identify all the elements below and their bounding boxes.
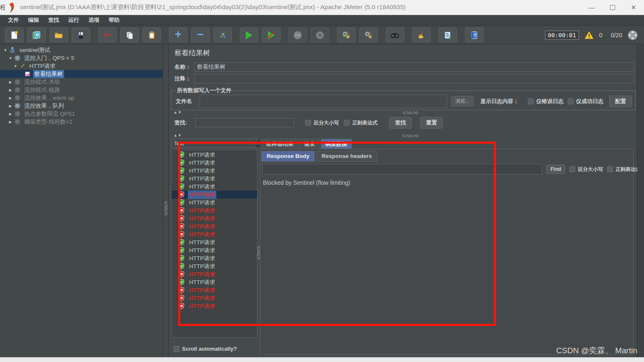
search-input[interactable] — [195, 118, 294, 127]
http-sampler-icon — [18, 63, 26, 70]
remove-element-button[interactable]: − — [191, 28, 210, 42]
tree-node[interactable]: ▼ HTTP请求 — [0, 62, 163, 70]
collapse-arrows-icon[interactable]: ▲▼ — [174, 133, 182, 137]
tree-expander-icon[interactable]: ▼ — [3, 48, 8, 52]
tree-node[interactable]: 察看结果树 — [0, 70, 163, 78]
search-button[interactable] — [386, 28, 404, 42]
templates-icon — [32, 31, 41, 40]
tree-expander-icon[interactable]: ▶ — [8, 112, 13, 116]
stop-button[interactable]: STOP — [288, 28, 307, 42]
divider-grip-icon[interactable] — [402, 111, 418, 114]
menu-file[interactable]: 文件 — [4, 15, 23, 25]
menu-search[interactable]: 查找 — [44, 15, 63, 25]
browse-button[interactable]: 浏览... — [451, 96, 474, 106]
maximize-icon — [610, 5, 615, 10]
tree-node[interactable]: ▼ 流控入门，QPS < 5 — [0, 54, 163, 62]
tree-node[interactable]: ▶ 流控效果，队列 — [0, 102, 163, 110]
tree-expander-icon[interactable]: ▶ — [8, 88, 13, 92]
test-plan-icon — [8, 47, 16, 54]
scroll-automatically-checkbox[interactable] — [174, 346, 179, 352]
tree-node[interactable]: ▶ 流控模式-关联 — [0, 78, 163, 86]
window-title: sentinel测试.jmx (D:\AAA资料\上课资料\阶段资料\21_sp… — [20, 3, 581, 11]
success-only-checkbox[interactable] — [568, 98, 574, 104]
tree-node-label: 流控模式-关联 — [23, 78, 62, 86]
thread-group-gear-icon — [13, 103, 21, 109]
search-case-checkbox[interactable] — [305, 120, 311, 126]
tree-expander-icon[interactable]: ▶ — [8, 104, 13, 108]
find-button[interactable]: 查找 — [389, 117, 412, 129]
start-button[interactable] — [240, 28, 258, 42]
thread-count: 0/20 — [611, 32, 622, 39]
help-button[interactable]: ? — [465, 28, 483, 42]
log-warning-icon[interactable] — [584, 31, 594, 40]
close-button[interactable]: ✕ — [623, 0, 644, 15]
collapse-arrows-icon[interactable]: ▲▼ — [174, 110, 182, 114]
main-vertical-splitter[interactable] — [164, 45, 169, 357]
tree-node[interactable]: ▶ 流控效果，warm up — [0, 94, 163, 102]
tree-expander-icon[interactable]: ▶ — [8, 96, 13, 100]
open-file-button[interactable] — [49, 28, 68, 42]
shutdown-x-icon — [315, 31, 325, 40]
toolbar: ✂ + − STOP ? 00:00:01 0 0/20 — [0, 26, 644, 44]
save-disk-icon — [76, 31, 86, 40]
copy-button[interactable] — [120, 28, 139, 42]
response-case-checkbox[interactable] — [569, 166, 575, 172]
tree-expander-icon[interactable]: ▼ — [13, 64, 18, 68]
splitter-grip-icon[interactable] — [164, 201, 168, 215]
menu-options[interactable]: 选项 — [85, 15, 103, 25]
minimize-button[interactable]: — — [581, 0, 602, 15]
tree-node-label: 阈值类型-线程数<2 — [23, 118, 73, 126]
response-find-button[interactable]: Find — [546, 165, 565, 174]
response-regex-checkbox[interactable] — [607, 166, 613, 172]
start-no-pauses-button[interactable] — [262, 28, 280, 42]
shutdown-button[interactable] — [311, 28, 329, 42]
elapsed-timer: 00:00:01 — [545, 31, 579, 40]
svg-text:STOP: STOP — [295, 34, 301, 36]
tree-node-label: 流控效果，warm up — [23, 94, 75, 102]
save-button[interactable] — [72, 28, 90, 42]
clear-button[interactable] — [337, 28, 356, 42]
search-regex-label: 正则表达式 — [352, 119, 377, 127]
comment-input[interactable] — [194, 74, 634, 83]
configure-button[interactable]: 配置 — [609, 96, 632, 107]
success-only-label: 仅成功日志 — [576, 98, 603, 105]
cut-button[interactable]: ✂ — [98, 28, 117, 42]
errors-only-label: 仅错误日志 — [536, 98, 564, 105]
clear-all-button[interactable] — [359, 28, 378, 42]
reset-button[interactable]: 重置 — [420, 117, 443, 129]
function-helper-button[interactable] — [439, 28, 457, 42]
collapse-divider-2: ▲▼ — [171, 133, 634, 138]
tree-node[interactable]: ▼ sentinel测试 — [0, 46, 163, 54]
tree-expander-icon[interactable]: ▼ — [8, 56, 13, 60]
search-reset-button[interactable] — [412, 28, 431, 42]
background-window-fragment: 程 — [0, 4, 5, 11]
maximize-button[interactable] — [602, 0, 623, 15]
search-label: 查找: — [174, 119, 187, 127]
add-element-button[interactable]: + — [169, 28, 187, 42]
templates-button[interactable] — [27, 28, 46, 42]
menu-help[interactable]: 帮助 — [105, 15, 123, 25]
window-bottom-edge — [0, 357, 644, 362]
tree-expander-icon[interactable]: ▶ — [8, 80, 13, 84]
tree-node[interactable]: ▶ 热点参数限流 QPS1 — [0, 110, 163, 118]
menu-run[interactable]: 运行 — [65, 15, 83, 25]
open-folder-icon — [54, 31, 63, 40]
file-group-legend: 所有数据写入一个文件 — [176, 87, 233, 94]
tree-expander-icon[interactable]: ▶ — [8, 120, 13, 124]
comment-label: 注释： — [174, 75, 191, 83]
search-regex-checkbox[interactable] — [344, 120, 350, 126]
tree-node[interactable]: ▶ 阈值类型-线程数<2 — [0, 118, 163, 126]
divider-grip-icon[interactable] — [402, 134, 418, 137]
errors-only-checkbox[interactable] — [528, 98, 534, 104]
error-count: 0 — [599, 32, 602, 39]
filename-label: 文件名 — [176, 98, 192, 105]
tree-node-label: 热点参数限流 QPS1 — [23, 110, 76, 118]
collapse-divider-1: ▲▼ — [171, 110, 634, 115]
new-plan-button[interactable] — [5, 28, 23, 42]
menu-edit[interactable]: 编辑 — [24, 15, 43, 25]
paste-button[interactable] — [143, 28, 161, 42]
name-input[interactable] — [194, 62, 634, 72]
filename-input[interactable] — [200, 95, 447, 108]
tree-node[interactable]: ▶ 流控模式-链路 — [0, 86, 163, 94]
toggle-button[interactable] — [213, 28, 232, 42]
